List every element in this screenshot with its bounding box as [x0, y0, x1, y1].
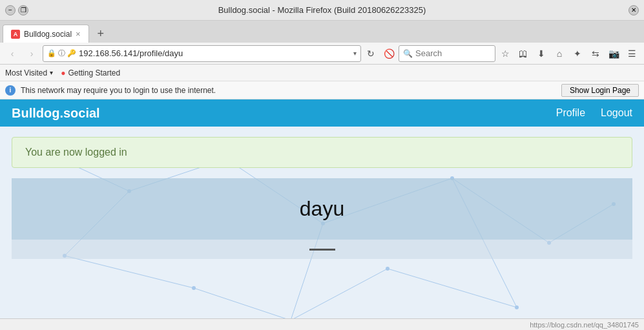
success-message: You are now logged in — [12, 137, 632, 168]
sync-icon[interactable]: ⇆ — [587, 45, 604, 62]
pocket-icon[interactable]: ✦ — [569, 45, 586, 62]
no-script-icon[interactable]: 🚫 — [380, 45, 397, 62]
tab-bulldog-social[interactable]: A Bulldog.social × — [3, 25, 89, 43]
home-icon[interactable]: ⌂ — [551, 45, 568, 62]
close-button[interactable]: ✕ — [628, 5, 639, 15]
site-nav-links: Profile Logout — [556, 107, 632, 119]
minimize-button[interactable]: − — [5, 5, 16, 15]
network-warning-bar: i This network may require you to login … — [0, 81, 644, 99]
tab-label: Bulldog.social — [24, 30, 72, 39]
success-message-text: You are now logged in — [25, 147, 127, 158]
toolbar-icons: 🚫 🔍 ☆ 🕮 ⬇ ⌂ ✦ ⇆ 📷 ☰ — [380, 45, 640, 62]
forward-button[interactable]: › — [23, 45, 40, 62]
search-input[interactable] — [415, 48, 480, 58]
nav-profile-link[interactable]: Profile — [556, 107, 585, 119]
lock-icon: 🔒 — [47, 49, 56, 57]
menu-icon[interactable]: ☰ — [623, 45, 640, 62]
screenshot-icon[interactable]: 📷 — [605, 45, 622, 62]
key-icon: 🔑 — [67, 49, 76, 57]
site-nav: Bulldog.social Profile Logout — [0, 99, 644, 127]
svg-line-9 — [388, 269, 517, 307]
refresh-button[interactable]: ↻ — [364, 46, 378, 61]
page-content: You are now logged in dayu — [0, 127, 644, 330]
status-bar: https://blog.csdn.net/qq_34801745 — [0, 318, 644, 330]
profile-underline — [12, 240, 632, 259]
most-visited-label: Most Visited — [5, 68, 47, 77]
bookmarks-bar: Most Visited ▾ ● Getting Started — [0, 65, 644, 81]
profile-header: dayu — [12, 178, 632, 240]
bookmark-most-visited[interactable]: Most Visited ▾ — [5, 68, 53, 77]
title-bar: − ❐ Bulldog.social - Mozilla Firefox (Bu… — [0, 0, 644, 21]
svg-line-7 — [194, 288, 291, 320]
bookmark-icon[interactable]: 🕮 — [515, 45, 532, 62]
search-icon: 🔍 — [403, 49, 413, 58]
new-tab-button[interactable]: + — [92, 25, 110, 43]
address-security-icons: 🔒 ⓘ 🔑 — [47, 48, 76, 58]
download-icon[interactable]: ⬇ — [533, 45, 550, 62]
address-dropdown-icon[interactable]: ▾ — [353, 50, 357, 57]
address-input[interactable] — [79, 48, 351, 58]
info-icon: ⓘ — [58, 48, 65, 58]
window-title: Bulldog.social - Mozilla Firefox (Build … — [31, 5, 613, 15]
nav-bar: ‹ › 🔒 ⓘ 🔑 ▾ ↻ 🚫 🔍 ☆ 🕮 ⬇ ⌂ ✦ ⇆ 📷 ☰ — [0, 43, 644, 65]
getting-started-favicon: ● — [61, 68, 65, 77]
svg-point-21 — [192, 286, 196, 290]
svg-line-6 — [65, 256, 194, 288]
tab-favicon: A — [11, 30, 20, 39]
site-logo[interactable]: Bulldog.social — [12, 106, 100, 121]
tab-bar: A Bulldog.social × + — [0, 21, 644, 43]
status-url: https://blog.csdn.net/qq_34801745 — [530, 321, 639, 329]
getting-started-label: Getting Started — [68, 68, 120, 77]
most-visited-arrow: ▾ — [50, 69, 53, 76]
maximize-button[interactable]: ❐ — [18, 5, 28, 15]
nav-logout-link[interactable]: Logout — [601, 107, 632, 119]
star-icon[interactable]: ☆ — [497, 45, 514, 62]
network-message: This network may require you to login to… — [21, 86, 556, 95]
show-login-button[interactable]: Show Login Page — [561, 84, 639, 97]
tab-close-icon[interactable]: × — [76, 29, 81, 39]
svg-point-23 — [386, 267, 390, 271]
network-icon: i — [5, 85, 16, 96]
back-button[interactable]: ‹ — [4, 45, 21, 62]
bookmark-getting-started[interactable]: ● Getting Started — [61, 68, 120, 77]
search-bar[interactable]: 🔍 — [399, 45, 495, 62]
profile-name: dayu — [300, 197, 344, 221]
svg-point-24 — [515, 305, 519, 309]
address-bar[interactable]: 🔒 ⓘ 🔑 ▾ — [43, 45, 361, 62]
